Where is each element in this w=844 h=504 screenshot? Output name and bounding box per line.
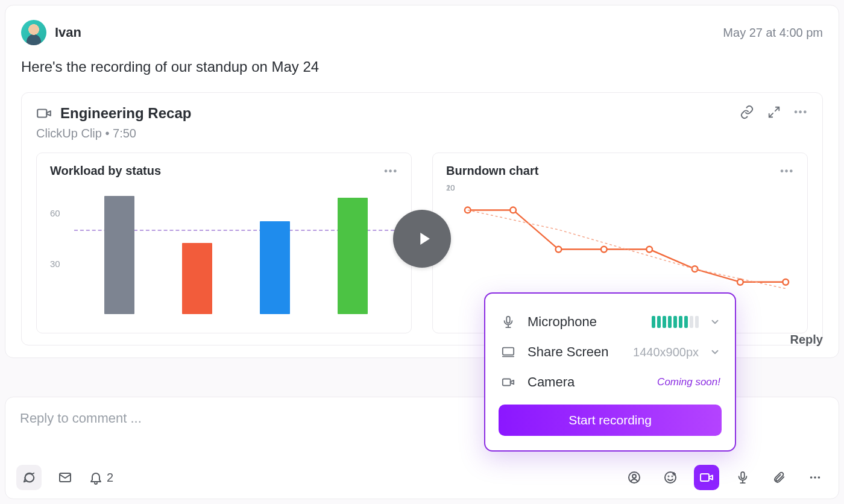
microphone-level: [652, 316, 699, 328]
more-icon[interactable]: •••: [794, 107, 808, 118]
more-icon[interactable]: [802, 465, 828, 490]
clip-source: ClickUp Clip: [36, 127, 102, 140]
recording-popover: Microphone Share Screen 1440x900px Camer…: [484, 292, 736, 452]
comment-timestamp: May 27 at 4:00 pm: [723, 26, 823, 40]
chart-workload: Workload by status ••• 60 30: [36, 153, 412, 333]
line-ytick-10: 10: [446, 183, 455, 192]
mic-level-seg: [684, 316, 688, 328]
microphone-icon: [500, 315, 517, 329]
camera-label: Camera: [528, 374, 575, 390]
svg-point-7: [737, 279, 743, 285]
svg-point-2: [510, 207, 516, 213]
mic-level-seg: [673, 316, 677, 328]
camera-status: Coming soon!: [657, 376, 720, 388]
svg-rect-12: [503, 348, 514, 355]
clip-meta: ClickUp Clip • 7:50: [36, 127, 191, 140]
chart-workload-more-icon[interactable]: •••: [384, 166, 398, 177]
chart-burndown-more-icon[interactable]: •••: [780, 166, 794, 177]
bar-gray: [104, 196, 134, 314]
clip-header: Engineering Recap ClickUp Clip • 7:50 ••…: [36, 105, 808, 140]
share-label: Share Screen: [528, 344, 609, 360]
mic-level-seg: [663, 316, 666, 328]
attachment-icon[interactable]: [766, 465, 792, 490]
record-audio-icon[interactable]: [730, 465, 755, 490]
svg-point-26: [814, 476, 816, 479]
svg-rect-21: [701, 474, 709, 481]
svg-rect-9: [506, 317, 510, 323]
clip-duration: 7:50: [113, 127, 136, 140]
comment-body: Here's the recording of our standup on M…: [21, 58, 823, 75]
author-block: Ivan: [21, 20, 81, 45]
recording-row-camera[interactable]: Camera Coming soon!: [499, 367, 722, 397]
microphone-label: Microphone: [528, 314, 597, 330]
mention-icon[interactable]: [622, 465, 647, 490]
mic-level-seg: [690, 316, 693, 328]
monitor-icon: [500, 345, 517, 359]
reply-button[interactable]: Reply: [790, 333, 823, 347]
mic-level-seg: [668, 316, 672, 328]
svg-point-25: [810, 476, 813, 479]
mail-icon[interactable]: [52, 465, 78, 490]
svg-point-17: [632, 474, 636, 478]
video-icon: [36, 106, 52, 121]
svg-point-19: [669, 476, 669, 477]
recording-row-microphone[interactable]: Microphone: [499, 307, 722, 337]
comment-header: Ivan May 27 at 4:00 pm: [21, 20, 823, 45]
expand-icon[interactable]: [767, 106, 781, 119]
svg-rect-14: [503, 379, 511, 386]
svg-point-20: [672, 476, 673, 477]
chevron-down-icon[interactable]: [710, 347, 720, 358]
svg-point-5: [646, 247, 652, 253]
chevron-down-icon[interactable]: [710, 317, 720, 327]
bar-ytick-60: 60: [50, 208, 60, 218]
chat-icon[interactable]: [16, 465, 42, 490]
composer-toolbar: 2: [16, 465, 828, 490]
avatar[interactable]: [21, 20, 46, 45]
camera-icon: [500, 376, 517, 389]
mic-level-seg: [657, 316, 661, 328]
bar-blue: [260, 221, 290, 314]
bar-green: [338, 198, 368, 314]
play-button[interactable]: [393, 210, 451, 268]
svg-point-4: [601, 247, 607, 253]
recording-row-share[interactable]: Share Screen 1440x900px: [499, 337, 722, 367]
clip-actions: •••: [740, 105, 808, 119]
notifications-button[interactable]: 2: [89, 470, 113, 485]
mic-level-seg: [695, 316, 699, 328]
chart-burndown-title: Burndown chart: [446, 164, 538, 178]
emoji-icon[interactable]: [658, 465, 683, 490]
share-resolution: 1440x900px: [633, 345, 699, 359]
svg-rect-0: [37, 110, 46, 118]
svg-point-8: [783, 279, 789, 285]
mic-level-seg: [652, 316, 655, 328]
bar-ytick-30: 30: [50, 259, 60, 269]
author-name[interactable]: Ivan: [55, 25, 81, 40]
start-recording-button[interactable]: Start recording: [499, 405, 722, 436]
mic-level-seg: [679, 316, 682, 328]
clip-title: Engineering Recap: [60, 105, 191, 122]
notification-count: 2: [107, 471, 113, 485]
link-icon[interactable]: [740, 105, 754, 119]
chart-workload-title: Workload by status: [50, 164, 161, 178]
record-video-button[interactable]: [694, 465, 719, 490]
bar-red: [182, 243, 212, 314]
svg-point-3: [556, 247, 562, 253]
svg-rect-22: [741, 472, 745, 479]
svg-point-27: [818, 476, 820, 479]
bar-chart: 60 30: [50, 187, 398, 314]
